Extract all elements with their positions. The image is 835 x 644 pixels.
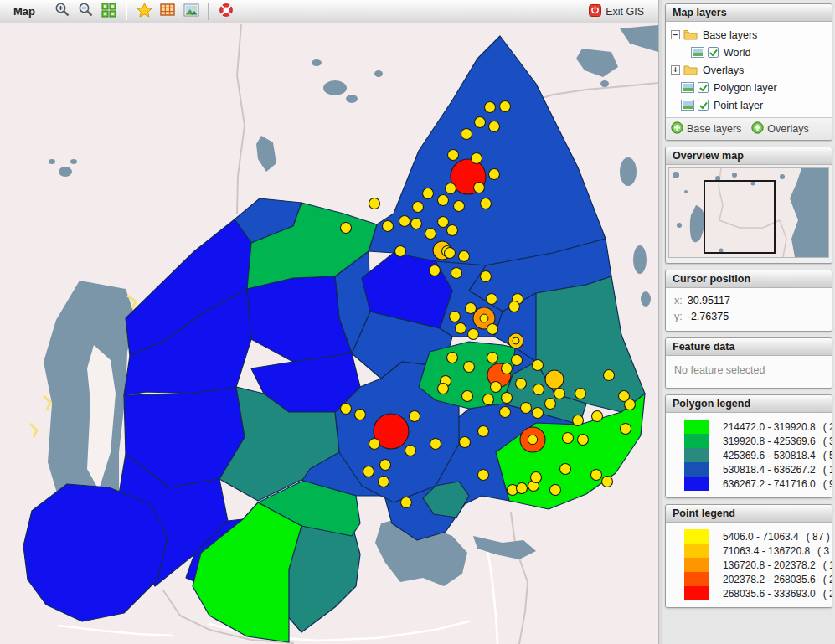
help-button[interactable] [215,1,237,23]
zoom-in-button[interactable] [51,1,73,23]
map-point[interactable] [450,312,461,322]
map-viewport[interactable] [0,23,658,644]
point-legend-header[interactable]: Point legend [666,505,832,523]
map-point[interactable] [379,477,389,487]
map-point[interactable] [480,314,488,322]
map-point[interactable] [481,271,492,282]
map-point[interactable] [468,329,479,340]
map-point[interactable] [413,202,424,213]
map-point[interactable] [533,360,544,371]
map-point[interactable] [430,439,441,450]
map-point[interactable] [425,229,436,240]
map-point[interactable] [621,424,631,435]
image-export-button[interactable] [180,1,202,23]
map-point[interactable] [460,437,471,448]
map-point[interactable] [500,101,511,112]
overview-map-canvas[interactable] [668,167,829,258]
map-point[interactable] [513,337,519,344]
map-point[interactable] [563,433,574,444]
map-point[interactable] [489,169,500,180]
map-point[interactable] [554,389,565,399]
map-layers-header[interactable]: Map layers [666,4,832,22]
map-point[interactable] [502,393,513,404]
map-point[interactable] [363,466,374,477]
tree-node-polygon-layer[interactable]: Polygon layer [671,79,827,96]
tree-node-base-layers[interactable]: − Base layers [671,26,827,44]
full-extent-button[interactable] [98,1,120,23]
map-point[interactable] [619,391,630,402]
map-point[interactable] [369,198,380,209]
map-point[interactable] [521,403,532,414]
map-point[interactable] [604,370,615,381]
map-point[interactable] [472,153,482,164]
map-point[interactable] [502,363,513,374]
feature-data-header[interactable]: Feature data [666,338,832,356]
map-point[interactable] [438,195,449,206]
map-point[interactable] [466,303,477,314]
map-point[interactable] [438,384,449,394]
exit-gis-button[interactable]: Exit GIS [581,1,652,23]
map-point[interactable] [591,470,602,481]
map-point[interactable] [474,183,485,193]
map-point-graduated[interactable] [545,370,564,389]
expand-icon[interactable]: + [671,65,680,75]
zoom-out-button[interactable] [75,1,96,23]
map-point[interactable] [399,216,410,227]
map-point[interactable] [475,117,486,128]
map-point[interactable] [341,404,352,415]
map-point[interactable] [447,353,458,363]
map-point[interactable] [481,198,492,209]
map-point[interactable] [355,410,366,420]
map-point[interactable] [478,426,489,437]
overview-map-header[interactable]: Overview map [666,147,832,165]
map-point[interactable] [423,188,434,199]
map-point[interactable] [575,389,586,399]
map-point[interactable] [516,379,527,389]
map-point[interactable] [545,399,556,410]
map-point[interactable] [512,355,523,366]
tree-node-world[interactable]: World [671,44,827,61]
map-point[interactable] [531,472,542,483]
add-overlays-button[interactable]: Overlays [751,121,808,137]
map-point[interactable] [395,246,406,257]
map-point[interactable] [533,408,544,419]
map-point[interactable] [464,362,475,373]
point-layer-checkbox[interactable] [698,100,709,111]
map-point[interactable] [341,223,352,234]
map-point[interactable] [448,150,459,161]
map-point[interactable] [487,353,498,363]
map-point[interactable] [478,470,489,481]
map-point[interactable] [411,219,422,229]
map-point[interactable] [380,460,391,471]
map-point[interactable] [485,102,496,113]
map-point[interactable] [592,411,603,422]
map-point[interactable] [489,121,500,132]
map-point[interactable] [405,446,416,456]
map-point[interactable] [401,497,412,508]
map-point[interactable] [461,129,472,140]
map-point[interactable] [383,221,394,232]
collapse-icon[interactable]: − [671,30,680,39]
map-point[interactable] [550,485,561,496]
map-point[interactable] [560,464,571,475]
map-point[interactable] [487,294,497,305]
map-point[interactable] [491,382,502,393]
cursor-position-header[interactable]: Cursor position [666,270,832,288]
polygon-legend-header[interactable]: Polygon legend [666,395,832,413]
map-point[interactable] [517,483,528,494]
map-point[interactable] [438,217,449,228]
map-point[interactable] [462,391,473,402]
world-checkbox[interactable] [708,47,719,58]
map-point[interactable] [410,411,420,422]
map-point[interactable] [602,477,613,487]
map-point[interactable] [573,415,584,426]
map-point[interactable] [533,384,544,395]
map-point[interactable] [483,394,494,405]
tree-node-overlays[interactable]: + Overlays [671,61,827,79]
map-point[interactable] [451,268,462,279]
map-point[interactable] [578,435,589,446]
tree-node-point-layer[interactable]: Point layer [671,96,827,114]
map-point[interactable] [509,301,520,312]
map-point[interactable] [487,324,498,335]
map-point[interactable] [430,265,441,276]
